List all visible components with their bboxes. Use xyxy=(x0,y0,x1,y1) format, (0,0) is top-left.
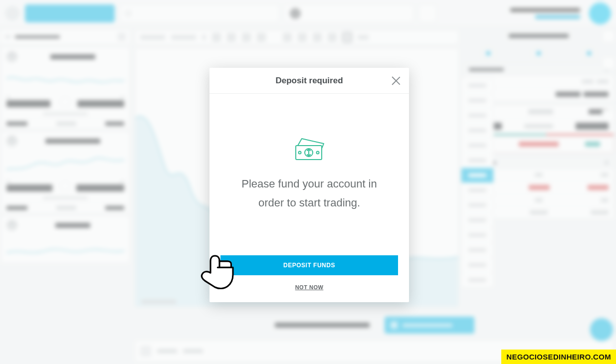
deposit-required-modal: Deposit required Please fund your accoun… xyxy=(209,68,409,302)
cursor-hand-icon xyxy=(193,251,237,296)
money-icon xyxy=(293,137,326,162)
modal-title: Deposit required xyxy=(275,76,343,86)
deposit-funds-button[interactable]: DEPOSIT FUNDS xyxy=(220,255,398,275)
modal-body: Please fund your account in order to sta… xyxy=(209,94,409,255)
not-now-link[interactable]: NOT NOW xyxy=(220,284,398,290)
close-icon[interactable] xyxy=(390,75,402,87)
svg-point-3 xyxy=(317,151,319,154)
modal-message: Please fund your account in order to sta… xyxy=(228,175,390,213)
watermark: NEGOCIOSEDINHEIRO.COM xyxy=(501,350,616,364)
svg-point-2 xyxy=(299,151,301,154)
modal-header: Deposit required xyxy=(209,68,409,94)
